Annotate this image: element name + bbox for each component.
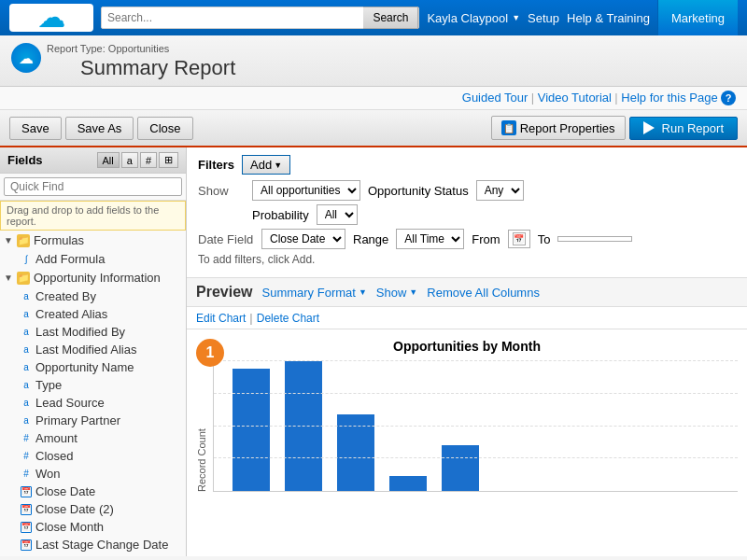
chart-content (213, 361, 738, 492)
report-properties-button[interactable]: 📋 Report Properties (491, 116, 626, 140)
field-tree: ▼ 📁 Formulas ∫ Add Formula ▼ 📁 Opportuni… (0, 231, 186, 556)
remove-all-columns[interactable]: Remove All Columns (427, 286, 540, 300)
chart-title: Opportunities by Month (196, 339, 738, 354)
toolbar: Save Save As Close 📋 Report Properties R… (0, 110, 747, 147)
field-icon-hash1: # (21, 433, 32, 443)
help-bar: Guided Tour | Video Tutorial | Help for … (0, 87, 747, 110)
created-by-item[interactable]: a Created By (0, 287, 186, 305)
help-page-link[interactable]: Help for this Page (621, 91, 717, 105)
save-as-button[interactable]: Save As (65, 117, 134, 140)
field-icon-hash3: # (21, 469, 32, 479)
tab-number[interactable]: # (140, 152, 157, 168)
badge-1: 1 (196, 339, 224, 367)
field-icon-a4: a (21, 344, 32, 355)
from-date-input[interactable]: 📅 (508, 230, 530, 248)
probability-label: Probability (252, 208, 309, 222)
preview-area: Preview Summary Format Show Remove All C… (187, 278, 747, 556)
user-menu[interactable]: Kayla Claypool (427, 11, 520, 25)
run-icon (643, 121, 656, 134)
chart-area: 1 Opportunities by Month Record Count (187, 329, 747, 556)
quick-find-input[interactable] (4, 177, 182, 196)
filters-row: Filters Add (198, 155, 736, 175)
next-step-item[interactable]: 📅 Next Step (0, 553, 186, 556)
created-alias-item[interactable]: a Created Alias (0, 305, 186, 323)
add-filter-button[interactable]: Add (242, 155, 290, 175)
formulas-group: ▼ 📁 Formulas ∫ Add Formula (0, 231, 186, 268)
date-field-select[interactable]: Close Date (261, 229, 345, 249)
toggle-icon-2: ▼ (4, 273, 13, 283)
setup-link[interactable]: Setup (528, 11, 559, 25)
calendar-icon-2: 📅 (21, 504, 32, 515)
fields-title: Fields (7, 153, 43, 167)
probability-select[interactable]: All (317, 204, 358, 225)
date-field-label: Date Field (198, 232, 254, 246)
opportunity-info-label: Opportunity Information (34, 271, 161, 285)
report-props-icon: 📋 (501, 120, 516, 135)
close-date-2-item[interactable]: 📅 Close Date (2) (0, 500, 186, 518)
formulas-group-header[interactable]: ▼ 📁 Formulas (0, 231, 186, 250)
range-label: Range (353, 232, 388, 246)
opportunity-info-group: ▼ 📁 Opportunity Information a Created By… (0, 268, 186, 556)
search-input[interactable] (102, 11, 363, 24)
formulas-label: Formulas (34, 233, 84, 247)
filter-hint: To add filters, click Add. (198, 249, 736, 270)
closed-item[interactable]: # Closed (0, 447, 186, 465)
opp-status-label: Opportunity Status (368, 184, 469, 198)
opportunity-name-item[interactable]: a Opportunity Name (0, 358, 186, 376)
tab-grid[interactable]: ⊞ (159, 152, 178, 168)
chart-links: Edit Chart | Delete Chart (187, 307, 747, 329)
tab-all[interactable]: All (97, 152, 120, 168)
edit-chart-link[interactable]: Edit Chart (196, 312, 246, 325)
right-panel: Filters Add Show All opportunities Oppor… (187, 147, 747, 556)
guided-tour-link[interactable]: Guided Tour (462, 91, 529, 105)
field-icon-a7: a (21, 398, 32, 408)
last-modified-by-item[interactable]: a Last Modified By (0, 323, 186, 341)
last-modified-alias-item[interactable]: a Last Modified Alias (0, 341, 186, 358)
save-button[interactable]: Save (9, 117, 62, 140)
delete-chart-link[interactable]: Delete Chart (257, 312, 319, 325)
report-title: Summary Report (80, 56, 235, 80)
show-select[interactable]: All opportunities (252, 180, 360, 201)
filters-label: Filters (198, 158, 234, 172)
fields-header: Fields All a # ⊞ (0, 147, 186, 174)
chart-divider: | (249, 311, 252, 325)
to-label: To (538, 232, 551, 246)
help-training-link[interactable]: Help & Training (567, 11, 650, 25)
field-icon-a1: a (21, 291, 32, 301)
field-icon-a2: a (21, 309, 32, 319)
probability-row: Probability All (252, 204, 736, 225)
search-button[interactable]: Search (363, 7, 418, 29)
filter-tabs: All a # ⊞ (97, 152, 178, 168)
video-tutorial-link[interactable]: Video Tutorial (538, 91, 612, 105)
amount-item[interactable]: # Amount (0, 429, 186, 447)
marketing-tab[interactable]: Marketing (657, 0, 738, 35)
close-date-item[interactable]: 📅 Close Date (0, 483, 186, 500)
drag-hint: Drag and drop to add fields to the repor… (0, 201, 186, 231)
last-stage-change-date-item[interactable]: 📅 Last Stage Change Date (0, 536, 186, 553)
tab-alpha[interactable]: a (121, 152, 138, 168)
date-field-row: Date Field Close Date Range All Time Fro… (198, 229, 736, 249)
field-icon-a5: a (21, 362, 32, 372)
main-layout: Fields All a # ⊞ Drag and drop to add fi… (0, 147, 747, 556)
to-date-input[interactable] (557, 236, 632, 242)
close-button[interactable]: Close (137, 117, 192, 140)
sub-header: ☁ Report Type: Opportunities Summary Rep… (0, 35, 747, 87)
range-select[interactable]: All Time (396, 229, 464, 249)
field-icon-a6: a (21, 380, 32, 390)
primary-partner-item[interactable]: a Primary Partner (0, 412, 186, 429)
opportunity-info-header[interactable]: ▼ 📁 Opportunity Information (0, 268, 186, 287)
show-button[interactable]: Show (376, 286, 417, 300)
lead-source-item[interactable]: a Lead Source (0, 394, 186, 412)
calendar-icon-3: 📅 (21, 522, 32, 533)
won-item[interactable]: # Won (0, 465, 186, 483)
type-item[interactable]: a Type (0, 376, 186, 394)
from-label: From (472, 232, 500, 246)
add-formula-item[interactable]: ∫ Add Formula (0, 250, 186, 268)
run-report-button[interactable]: Run Report (629, 117, 738, 140)
cloud-icon: ☁ (11, 43, 41, 73)
opp-status-select[interactable]: Any (476, 180, 524, 201)
calendar-icon-1: 📅 (21, 486, 32, 497)
quick-find-container (0, 174, 186, 201)
close-month-item[interactable]: 📅 Close Month (0, 518, 186, 536)
summary-format-button[interactable]: Summary Format (261, 286, 366, 300)
